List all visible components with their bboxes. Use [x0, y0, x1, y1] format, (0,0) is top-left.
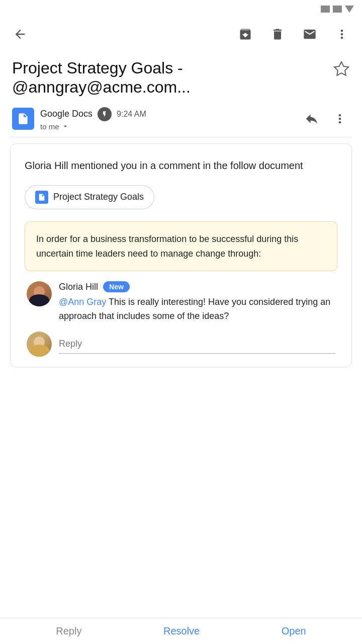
commenter-name: Gloria Hill	[59, 282, 98, 292]
reply-input-container[interactable]	[59, 335, 335, 354]
svg-rect-3	[20, 122, 24, 123]
sender-row: Google Docs 9:24 AM to me	[0, 101, 362, 137]
svg-rect-5	[40, 198, 43, 199]
ann-avatar	[27, 332, 52, 357]
comment-item: Gloria Hill New @Ann Gray This is really…	[27, 281, 335, 324]
dropdown-icon	[345, 6, 354, 13]
sender-avatar	[12, 108, 34, 130]
email-title: Project Strategy Goals - @anngray@acme.c…	[12, 58, 327, 97]
svg-rect-1	[20, 119, 25, 120]
doc-title: Project Strategy Goals	[53, 192, 144, 202]
new-badge: New	[103, 281, 130, 292]
comment-body: @Ann Gray This is really interesting! Ha…	[59, 295, 335, 324]
signal-icon	[321, 6, 330, 13]
svg-marker-0	[334, 62, 348, 75]
reply-button-header[interactable]	[302, 109, 322, 129]
email-card: Gloria Hill mentioned you in a comment i…	[10, 143, 352, 367]
email-time: 9:24 AM	[117, 110, 146, 119]
sender-name: Google Docs	[40, 109, 93, 119]
resolve-action[interactable]: Resolve	[163, 625, 200, 637]
quoted-block: In order for a business transformation t…	[25, 221, 337, 272]
back-button[interactable]	[10, 24, 30, 44]
comment-section: Gloria Hill New @Ann Gray This is really…	[25, 281, 337, 357]
comment-header: Gloria Hill New	[59, 281, 335, 292]
reply-row	[27, 332, 335, 357]
doc-icon	[35, 191, 48, 204]
gloria-avatar	[27, 281, 52, 306]
recipient-dropdown[interactable]: to me	[40, 122, 146, 131]
more-button-email[interactable]	[330, 109, 350, 129]
email-button[interactable]	[300, 24, 320, 44]
mention-at: @Ann Gray	[59, 297, 106, 307]
reply-action[interactable]: Reply	[56, 625, 81, 637]
svg-rect-4	[40, 197, 42, 198]
email-toolbar	[0, 18, 362, 50]
quoted-text: In order for a business transformation t…	[36, 232, 326, 261]
delete-button[interactable]	[267, 24, 288, 44]
reply-input[interactable]	[59, 339, 335, 349]
email-title-row: Project Strategy Goals - @anngray@acme.c…	[0, 50, 362, 101]
open-action[interactable]: Open	[282, 625, 306, 637]
wifi-icon	[333, 6, 342, 13]
comment-content: Gloria Hill New @Ann Gray This is really…	[59, 281, 335, 324]
archive-button[interactable]	[235, 24, 255, 44]
star-button[interactable]	[333, 60, 350, 79]
divider	[10, 137, 352, 137]
status-bar	[0, 0, 362, 18]
svg-rect-2	[20, 121, 26, 122]
more-button[interactable]	[332, 24, 352, 44]
doc-link[interactable]: Project Strategy Goals	[25, 185, 154, 209]
mention-text: Gloria Hill mentioned you in a comment i…	[25, 158, 337, 173]
bottom-bar: Reply Resolve Open	[0, 618, 362, 644]
lightning-badge	[98, 107, 112, 121]
